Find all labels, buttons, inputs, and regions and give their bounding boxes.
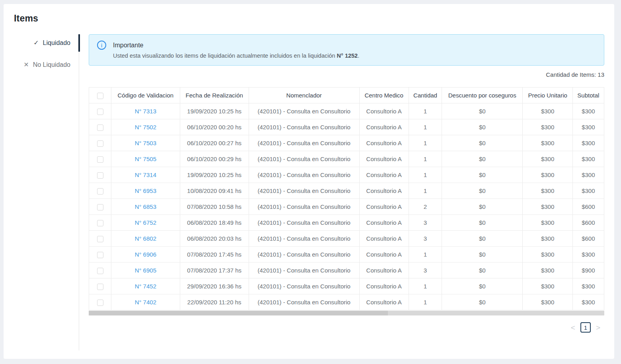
validation-code-link[interactable]: N° 6752 [111,215,180,231]
items-table: Código de ValidacionFecha de Realización… [89,87,604,310]
fecha-cell: 07/08/2020 10:58 hs [180,199,249,215]
precio-unitario-cell: $300 [523,294,572,310]
centro-medico-cell: Consultorio A [359,199,409,215]
table-row: N° 750306/10/2020 00:27 hs(420101) - Con… [89,135,604,151]
validation-code-link[interactable]: N° 7313 [111,103,180,119]
row-checkbox[interactable] [97,236,103,242]
centro-medico-cell: Consultorio A [359,215,409,231]
row-checkbox-cell [89,103,111,119]
centro-medico-cell: Consultorio A [359,278,409,294]
table-row: N° 695310/08/2020 09:41 hs(420101) - Con… [89,183,604,199]
row-checkbox[interactable] [97,109,103,115]
sidebar-item-liquidado[interactable]: ✓ Liquidado [4,34,79,52]
validation-code-link[interactable]: N° 6802 [111,231,180,247]
descuento-cell: $0 [442,278,523,294]
centro-medico-cell: Consultorio A [359,151,409,167]
column-header: Nomenclador [249,88,359,103]
nomenclador-cell: (420101) - Consulta en Consultorio [249,231,359,247]
select-all-checkbox[interactable] [97,93,103,99]
table-row: N° 740222/09/2020 11:20 hs(420101) - Con… [89,294,604,310]
centro-medico-cell: Consultorio A [359,263,409,278]
row-checkbox-cell [89,294,111,310]
row-checkbox-cell [89,119,111,135]
row-checkbox[interactable] [97,172,103,179]
precio-unitario-cell: $300 [523,135,572,151]
fecha-cell: 06/10/2020 00:20 hs [180,119,249,135]
row-checkbox[interactable] [97,300,103,306]
column-header: Precio Unitario [523,88,572,103]
row-checkbox[interactable] [97,140,103,147]
column-header: Subtotal [572,88,604,103]
validation-code-link[interactable]: N° 6853 [111,199,180,215]
validation-code-link[interactable]: N° 6905 [111,263,180,278]
prev-page-icon[interactable]: < [571,324,575,331]
precio-unitario-cell: $300 [523,231,572,247]
descuento-cell: $0 [442,151,523,167]
main-panel: i Importante Usted esta visualizando los… [79,34,614,350]
info-banner-header: i Importante [97,41,596,50]
row-checkbox[interactable] [97,156,103,163]
descuento-cell: $0 [442,231,523,247]
table-row: N° 680206/08/2020 20:03 hs(420101) - Con… [89,231,604,247]
subtotal-cell: $300 [572,247,604,263]
table-header-row: Código de ValidacionFecha de Realización… [89,88,604,103]
row-checkbox-cell [89,199,111,215]
row-checkbox[interactable] [97,204,103,210]
precio-unitario-cell: $300 [523,263,572,278]
row-checkbox[interactable] [97,125,103,131]
descuento-cell: $0 [442,119,523,135]
row-checkbox[interactable] [97,268,103,274]
validation-code-link[interactable]: N° 6906 [111,247,180,263]
page-title: Items [14,13,614,24]
row-checkbox-cell [89,263,111,278]
horizontal-scrollbar[interactable] [89,311,604,315]
nomenclador-cell: (420101) - Consulta en Consultorio [249,167,359,183]
info-banner: i Importante Usted esta visualizando los… [89,34,604,66]
validation-code-link[interactable]: N° 7402 [111,294,180,310]
sidebar-item-label: Liquidado [43,39,70,47]
validation-code-link[interactable]: N° 7505 [111,151,180,167]
current-page-button[interactable]: 1 [580,322,591,333]
fecha-cell: 07/08/2020 17:37 hs [180,263,249,278]
row-checkbox-cell [89,135,111,151]
row-checkbox[interactable] [97,220,103,226]
cantidad-cell: 2 [409,199,442,215]
column-header: Código de Validacion [111,88,180,103]
row-checkbox[interactable] [97,188,103,195]
validation-code-link[interactable]: N° 7452 [111,278,180,294]
row-checkbox[interactable] [97,284,103,290]
cantidad-cell: 3 [409,231,442,247]
precio-unitario-cell: $300 [523,183,572,199]
column-header: Cantidad [409,88,442,103]
centro-medico-cell: Consultorio A [359,135,409,151]
row-checkbox-cell [89,183,111,199]
nomenclador-cell: (420101) - Consulta en Consultorio [249,278,359,294]
next-page-icon[interactable]: > [596,324,600,331]
cantidad-cell: 3 [409,263,442,278]
cantidad-cell: 1 [409,247,442,263]
cantidad-cell: 1 [409,151,442,167]
banner-message-prefix: Usted esta visualizando los items de liq… [113,53,337,59]
fecha-cell: 06/10/2020 00:29 hs [180,151,249,167]
subtotal-cell: $300 [572,119,604,135]
validation-code-link[interactable]: N° 7314 [111,167,180,183]
info-banner-message: Usted esta visualizando los items de liq… [113,53,596,59]
validation-code-link[interactable]: N° 7502 [111,119,180,135]
table-row: N° 745229/09/2020 16:36 hs(420101) - Con… [89,278,604,294]
centro-medico-cell: Consultorio A [359,167,409,183]
sidebar-item-no-liquidado[interactable]: ✕ No Liquidado [4,56,79,74]
nomenclador-cell: (420101) - Consulta en Consultorio [249,294,359,310]
cantidad-cell: 1 [409,278,442,294]
content-area: ✓ Liquidado ✕ No Liquidado i Importante … [4,34,614,350]
precio-unitario-cell: $300 [523,167,572,183]
validation-code-link[interactable]: N° 6953 [111,183,180,199]
row-checkbox[interactable] [97,252,103,258]
pagination: < 1 > [89,322,604,333]
precio-unitario-cell: $300 [523,215,572,231]
table-row: N° 750206/10/2020 00:20 hs(420101) - Con… [89,119,604,135]
validation-code-link[interactable]: N° 7503 [111,135,180,151]
table-row: N° 731419/09/2020 10:25 hs(420101) - Con… [89,167,604,183]
scrollbar-thumb[interactable] [89,311,388,315]
subtotal-cell: $300 [572,151,604,167]
cantidad-cell: 1 [409,103,442,119]
